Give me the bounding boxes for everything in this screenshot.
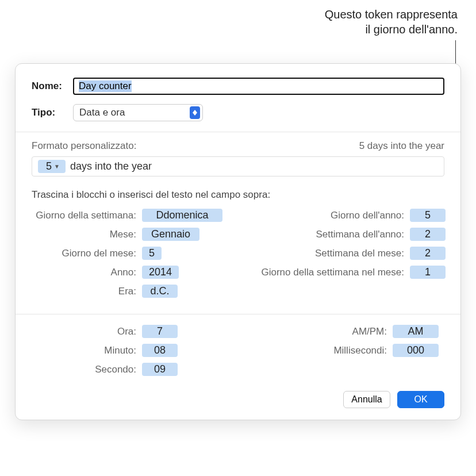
label-ampm: AM/PM:: [242, 326, 393, 337]
date-col-left: Giorno della settimana:Ddomenica Mese:Ge…: [32, 209, 234, 304]
type-select[interactable]: Data e ora: [73, 104, 203, 121]
label-wdim: Giorno della settimana nel mese:: [242, 267, 410, 278]
label-ms: Millisecondi:: [242, 345, 393, 356]
token-weekday[interactable]: Ddomenica: [142, 209, 222, 222]
format-suffix-text: days into the year: [70, 160, 152, 172]
token-ms[interactable]: 000: [393, 344, 439, 357]
token-doy[interactable]: 5: [410, 209, 446, 222]
token-month[interactable]: Gennaio: [142, 228, 199, 241]
token-second[interactable]: 09: [142, 363, 178, 376]
updown-icon: [190, 106, 200, 119]
type-label: Tipo:: [32, 107, 73, 118]
token-minute[interactable]: 08: [142, 344, 178, 357]
token-year[interactable]: 2014: [142, 266, 179, 279]
chevron-down-icon: ▼: [54, 163, 60, 170]
time-col-left: Ora:7 Minuto:08 Secondo:09: [32, 325, 234, 382]
token-dom[interactable]: 5: [142, 247, 162, 260]
token-hour[interactable]: 7: [142, 325, 178, 338]
token-day-of-year-infield[interactable]: 5 ▼: [38, 160, 66, 173]
callout-line1: Questo token rappresenta: [325, 7, 458, 22]
label-minute: Minuto:: [32, 345, 142, 356]
label-era: Era:: [32, 286, 142, 297]
label-woy: Settimana dell'anno:: [242, 229, 410, 240]
name-field[interactable]: [73, 78, 444, 95]
label-year: Anno:: [32, 267, 142, 278]
format-preview: 5 days into the year: [359, 140, 444, 152]
callout-text: Questo token rappresenta il giorno dell'…: [325, 7, 458, 37]
label-wom: Settimana del mese:: [242, 248, 410, 259]
cancel-button[interactable]: Annulla: [343, 391, 390, 408]
date-col-right: Giorno dell'anno:5 Settimana dell'anno:2…: [242, 209, 444, 304]
label-second: Secondo:: [32, 364, 142, 375]
label-month: Mese:: [32, 229, 142, 240]
label-weekday: Giorno della settimana:: [32, 210, 142, 221]
name-label: Nome:: [32, 80, 73, 92]
token-woy[interactable]: 2: [410, 228, 446, 241]
time-col-right: AM/PM:AM Millisecondi:000: [242, 325, 444, 382]
token-era[interactable]: d.C.: [142, 285, 178, 298]
label-doy: Giorno dell'anno:: [242, 210, 410, 221]
drag-instruction: Trascina i blocchi o inserisci del testo…: [32, 189, 444, 201]
format-dialog: Nome: Tipo: Data e ora Formato personali…: [15, 63, 461, 420]
token-wom[interactable]: 2: [410, 247, 446, 260]
token-wdim[interactable]: 1: [410, 266, 446, 279]
format-field[interactable]: 5 ▼ days into the year: [32, 156, 444, 176]
type-value: Data e ora: [79, 107, 125, 118]
label-dom: Giorno del mese:: [32, 248, 142, 259]
token-ampm[interactable]: AM: [393, 325, 439, 338]
callout-line2: il giorno dell'anno.: [325, 22, 458, 37]
label-hour: Ora:: [32, 326, 142, 337]
custom-format-label: Formato personalizzato:: [32, 140, 136, 152]
ok-button[interactable]: OK: [397, 391, 444, 408]
